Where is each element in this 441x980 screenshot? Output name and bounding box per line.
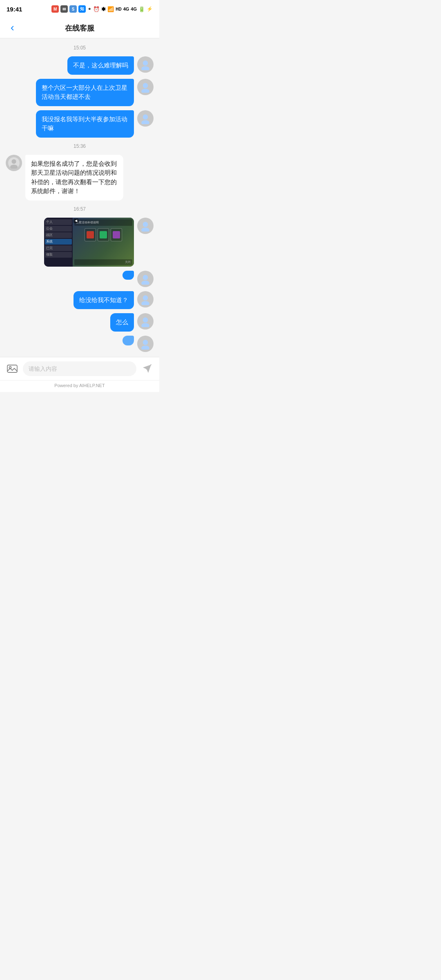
- timestamp-3: 16:57: [6, 206, 154, 212]
- wifi-icon: 📶: [107, 6, 114, 12]
- svg-point-2: [143, 83, 148, 88]
- avatar-sent-5: [137, 291, 154, 307]
- svg-rect-19: [7, 365, 17, 372]
- svg-point-13: [143, 295, 148, 301]
- game-back-btn: ◀: [74, 218, 78, 223]
- message-row-received-1: 如果您报名成功了，您是会收到那天卫星活动问题的情况说明和补偿的，请您再次翻看一下…: [6, 155, 154, 200]
- svg-marker-22: [143, 365, 151, 373]
- signal2-icon: 4G: [131, 7, 137, 11]
- avatar-sent-partial: [137, 336, 154, 352]
- menu-done: 已完: [45, 245, 72, 251]
- svg-point-3: [141, 89, 149, 93]
- game-bottom-text: 关闭: [125, 260, 131, 264]
- bubble-received-1: 如果您报名成功了，您是会收到那天卫星活动问题的情况说明和补偿的，请您再次翻看一下…: [25, 155, 123, 200]
- svg-point-10: [141, 227, 149, 232]
- svg-point-4: [143, 114, 148, 120]
- svg-point-9: [143, 222, 148, 227]
- menu-personal: 个人: [45, 219, 72, 225]
- message-row-sent-3: 我没报名我等到大半夜参加活动干嘛: [6, 110, 154, 138]
- dot-icon: ⚬: [87, 6, 91, 12]
- timestamp-1: 15:05: [6, 45, 154, 51]
- menu-guild: 公会: [45, 226, 72, 232]
- menu-system: 系统: [45, 239, 72, 245]
- svg-point-1: [141, 66, 149, 70]
- bubble-sent-2: 整个六区一大部分人在上次卫星活动当天都进不去: [36, 79, 134, 106]
- footer-text: Powered by AIHELP.NET: [54, 383, 105, 388]
- message-row-sent-1: 不是，这么难理解吗: [6, 56, 154, 75]
- avatar-sent-6: [137, 313, 154, 330]
- page-title: 在线客服: [65, 23, 94, 33]
- message-row-sent-2: 整个六区一大部分人在上次卫星活动当天都进不去: [6, 79, 154, 106]
- message-row-sent-5: 给没给我不知道？: [6, 291, 154, 310]
- svg-point-11: [143, 275, 148, 280]
- bubble-sent-partial: [122, 336, 134, 345]
- svg-point-17: [143, 340, 148, 345]
- game-item-2: [98, 228, 109, 241]
- input-area: [0, 357, 159, 380]
- bubble-sent-3: 我没报名我等到大半夜参加活动干嘛: [36, 110, 134, 138]
- battery-icon: 🔋: [138, 6, 145, 12]
- zhihu-icon: 知: [78, 5, 86, 13]
- game-item-1: [85, 228, 96, 241]
- item-color-3: [113, 231, 120, 238]
- signal-icon: 4G: [123, 7, 129, 11]
- timestamp-2: 15:36: [6, 143, 154, 149]
- back-button[interactable]: [6, 22, 19, 35]
- svg-point-14: [141, 301, 149, 305]
- svg-point-5: [141, 120, 149, 124]
- game-right-content: ◀ 卫星活动补偿说明: [73, 218, 134, 267]
- svg-point-15: [143, 317, 148, 323]
- menu-zone: 战区: [45, 232, 72, 238]
- status-bar: 19:41 M ✉ S 知 ⚬ ⏰ ✱ 📶 HD 4G 4G 🔋 ⚡: [0, 0, 159, 18]
- soul-icon: S: [69, 5, 77, 13]
- bluetooth-icon: ✱: [101, 6, 106, 12]
- svg-point-16: [141, 323, 149, 327]
- hd-icon: HD: [116, 7, 121, 11]
- game-left-menu: 个人 公会 战区 系统 已完 领取: [44, 218, 73, 267]
- send-button[interactable]: [140, 361, 154, 376]
- bubble-sent-6: 怎么: [110, 313, 134, 332]
- game-top-bar: 卫星活动补偿说明: [74, 219, 132, 226]
- chat-area: 15:05 不是，这么难理解吗 整个六区一大部分人在上次卫星活动当天都进不去: [0, 38, 159, 357]
- menu-claim: 领取: [45, 252, 72, 258]
- status-time: 19:41: [7, 6, 22, 13]
- message-row-sent-image: 个人 公会 战区 系统 已完 领取 ◀ 卫星活动补偿说明: [6, 218, 154, 267]
- game-items-row: [74, 228, 132, 241]
- image-attach-button[interactable]: [5, 361, 20, 376]
- game-top-text: 卫星活动补偿说明: [76, 220, 99, 225]
- avatar-sent-3: [137, 110, 154, 127]
- avatar-received-1: [6, 155, 22, 171]
- app-icon-2: ✉: [60, 5, 68, 13]
- game-item-3: [111, 228, 122, 241]
- bubble-sent-1: 不是，这么难理解吗: [67, 56, 134, 75]
- message-row-sent-4: [6, 271, 154, 287]
- bubble-sent-4: [122, 271, 134, 280]
- svg-point-18: [141, 345, 149, 350]
- avatar-sent-image: [137, 218, 154, 234]
- game-bottom-bar: 关闭: [74, 259, 132, 265]
- svg-point-0: [143, 60, 148, 66]
- svg-point-7: [11, 159, 16, 163]
- message-row-sent-6: 怎么: [6, 313, 154, 332]
- message-row-sent-partial: [6, 336, 154, 352]
- header: 在线客服: [0, 18, 159, 38]
- charge-icon: ⚡: [147, 6, 153, 12]
- svg-point-12: [141, 281, 149, 285]
- bubble-sent-5: 给没给我不知道？: [74, 291, 134, 310]
- avatar-sent-1: [137, 56, 154, 73]
- item-color-2: [100, 231, 107, 238]
- alarm-icon: ⏰: [93, 6, 100, 12]
- item-color-1: [87, 231, 94, 238]
- app-icon-1: M: [51, 5, 59, 13]
- message-input[interactable]: [23, 361, 136, 376]
- avatar-sent-2: [137, 79, 154, 95]
- footer: Powered by AIHELP.NET: [0, 380, 159, 392]
- status-icons: M ✉ S 知 ⚬ ⏰ ✱ 📶 HD 4G 4G 🔋 ⚡: [51, 5, 153, 13]
- avatar-sent-4: [137, 271, 154, 287]
- image-bubble[interactable]: 个人 公会 战区 系统 已完 领取 ◀ 卫星活动补偿说明: [44, 218, 134, 267]
